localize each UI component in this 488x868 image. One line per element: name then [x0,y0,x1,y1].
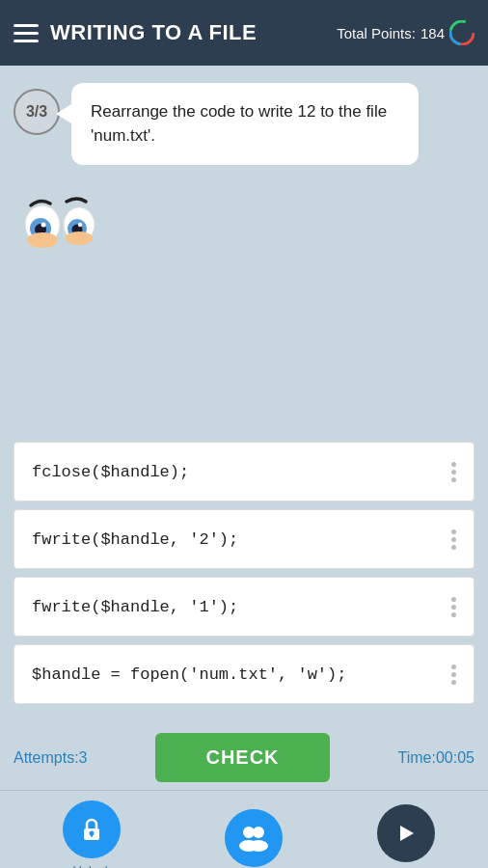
video-icon [393,820,420,847]
check-button[interactable]: CHECK [155,733,329,782]
page-title: WRITING TO A FILE [50,20,325,45]
points-value: 184 [420,25,445,41]
svg-point-20 [253,827,264,838]
drag-handle-4[interactable] [447,659,460,691]
menu-icon[interactable] [14,24,39,42]
svg-point-9 [41,223,46,228]
svg-point-12 [66,231,93,245]
drag-handle-2[interactable] [447,524,460,556]
code-text-4: $handle = fopen('num.txt', 'w'); [32,665,346,684]
speech-area: 3/3 Rearrange the code to write 12 to th… [14,83,474,165]
drag-handle-1[interactable] [447,456,460,488]
lock-icon [77,815,106,844]
svg-point-11 [27,232,58,248]
friends-circle [225,809,283,867]
code-block-3[interactable]: fwrite($handle, '1'); [14,577,474,637]
attempts-display: Attempts:3 [14,749,87,767]
attempts-value: 3 [79,749,88,766]
back-to-video-button[interactable]: BACKTO VIDEO [377,804,435,868]
code-block-4[interactable]: $handle = fopen('num.txt', 'w'); [14,644,474,704]
friends-icon [237,825,270,852]
ask-friends-button[interactable]: Ask Friends f [210,809,297,868]
step-badge: 3/3 [14,89,60,135]
mascot-svg [14,175,110,271]
code-block-2[interactable]: fwrite($handle, '2'); [14,509,474,569]
attempts-label-text: Attempts: [14,749,79,766]
instruction-text: Rearrange the code to write 12 to the fi… [91,102,387,145]
svg-point-22 [249,840,268,852]
code-area: fclose($handle); fwrite($handle, '2'); f… [0,432,488,721]
unlock-label: Unlock [72,863,111,868]
points-display: Total Points: 184 [337,20,474,45]
drag-handle-3[interactable] [447,591,460,623]
mascot-character [14,175,120,281]
bottom-bar: Attempts:3 CHECK Time:00:05 [0,721,488,790]
code-block-1[interactable]: fclose($handle); [14,442,474,502]
unlock-circle [63,800,121,858]
instruction-bubble: Rearrange the code to write 12 to the fi… [71,83,419,165]
time-display: Time:00:05 [398,749,474,767]
main-content: 3/3 Rearrange the code to write 12 to th… [0,66,488,432]
unlock-answer-button[interactable]: Unlock Answer 20 [53,800,130,868]
footer: Unlock Answer 20 Ask Friends [0,790,488,868]
time-value: 00:05 [436,749,474,766]
svg-marker-25 [400,826,414,841]
app-header: WRITING TO A FILE Total Points: 184 [0,0,488,66]
svg-rect-15 [91,833,93,837]
code-text-1: fclose($handle); [32,463,189,481]
code-text-2: fwrite($handle, '2'); [32,530,238,549]
points-label: Total Points: [337,25,416,41]
video-circle [377,804,435,862]
time-label-text: Time: [398,749,436,766]
svg-point-10 [78,223,82,227]
points-icon [449,20,474,45]
code-text-3: fwrite($handle, '1'); [32,598,238,616]
